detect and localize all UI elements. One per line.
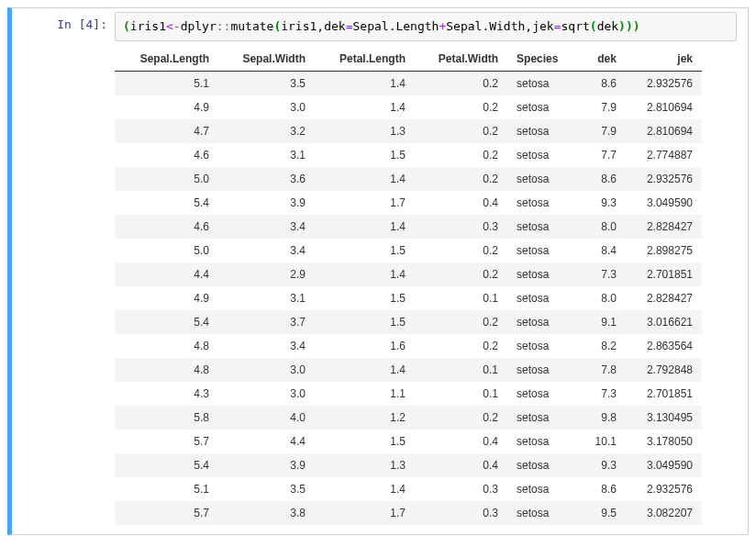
cell: 1.5: [315, 239, 415, 262]
cell: 2.932576: [626, 72, 702, 96]
cell: 2.810694: [626, 95, 702, 119]
cell: 1.4: [315, 358, 415, 382]
cell: 9.3: [579, 453, 626, 477]
cell: 0.2: [415, 143, 507, 167]
cell: 8.2: [579, 334, 626, 358]
table-row: 5.03.41.50.2setosa8.42.898275: [115, 239, 702, 262]
cell: 0.2: [415, 262, 507, 286]
col-header: jek: [626, 47, 702, 72]
code-token: <-: [166, 19, 181, 33]
prompt-label: In: [57, 17, 72, 31]
cell: 3.2: [218, 119, 315, 143]
cell: 1.4: [315, 215, 415, 239]
cell: 3.178050: [626, 430, 702, 453]
cell: setosa: [507, 406, 578, 430]
code-token: mutate: [230, 19, 273, 33]
code-token: Sepal.Width: [446, 19, 525, 33]
cell: setosa: [507, 72, 578, 96]
cell: 4.0: [218, 406, 315, 430]
cell: 0.2: [415, 239, 507, 262]
cell: 10.1: [579, 430, 626, 453]
cell: 0.2: [415, 95, 507, 119]
cell: 1.3: [315, 453, 415, 477]
table-row: 5.74.41.50.4setosa10.13.178050: [115, 430, 702, 453]
output-area: Sepal.LengthSepal.WidthPetal.LengthPetal…: [115, 47, 737, 525]
cell: 1.3: [315, 119, 415, 143]
cell: 8.6: [579, 167, 626, 191]
cell: 3.5: [218, 477, 315, 501]
cell: 8.6: [579, 72, 626, 96]
prompt-row: In [4]: (iris1<-dplyr::mutate(iris1,dek=…: [12, 12, 748, 41]
prompt-count: 4: [86, 17, 94, 31]
cell: 2.932576: [626, 477, 702, 501]
cell: 0.1: [415, 382, 507, 406]
cell: 5.7: [115, 430, 218, 453]
cell: 3.130495: [626, 406, 702, 430]
code-token: iris1: [130, 19, 166, 33]
cell: 7.9: [579, 119, 626, 143]
table-row: 4.73.21.30.2setosa7.92.810694: [115, 119, 702, 143]
cell: setosa: [507, 167, 578, 191]
cell: 9.1: [579, 310, 626, 334]
cell: 1.5: [315, 430, 415, 453]
cell: 7.9: [579, 95, 626, 119]
cell: 3.7: [218, 310, 315, 334]
cell: 8.0: [579, 215, 626, 239]
cell: 5.0: [115, 239, 218, 262]
cell: 2.9: [218, 262, 315, 286]
cell: 1.4: [315, 477, 415, 501]
table-row: 5.73.81.70.3setosa9.53.082207: [115, 501, 702, 525]
table-row: 4.83.41.60.2setosa8.22.863564: [115, 334, 702, 358]
cell: setosa: [507, 191, 578, 215]
cell: 2.932576: [626, 167, 702, 191]
code-token: ,: [317, 19, 324, 33]
cell: 0.4: [415, 453, 507, 477]
code-token: (: [123, 19, 130, 33]
code-token: jek: [532, 19, 553, 33]
notebook: In [4]: (iris1<-dplyr::mutate(iris1,dek=…: [7, 7, 749, 535]
col-header: Petal.Length: [315, 47, 415, 72]
cell: 0.4: [415, 430, 507, 453]
cell: 4.6: [115, 143, 218, 167]
cell: 2.828427: [626, 215, 702, 239]
cell: 0.2: [415, 310, 507, 334]
cell: 3.9: [218, 453, 315, 477]
cell: 1.5: [315, 310, 415, 334]
cell: 0.2: [415, 72, 507, 96]
cell: 8.4: [579, 239, 626, 262]
cell: 0.4: [415, 191, 507, 215]
cell: 0.3: [415, 501, 507, 525]
cell: 2.898275: [626, 239, 702, 262]
code-input[interactable]: (iris1<-dplyr::mutate(iris1,dek=Sepal.Le…: [115, 12, 737, 41]
cell: 0.2: [415, 167, 507, 191]
table-body: 5.13.51.40.2setosa8.62.9325764.93.01.40.…: [115, 72, 702, 526]
output-table: Sepal.LengthSepal.WidthPetal.LengthPetal…: [115, 47, 702, 525]
table-row: 5.43.71.50.2setosa9.13.016621: [115, 310, 702, 334]
cell: 3.016621: [626, 310, 702, 334]
table-row: 5.43.91.70.4setosa9.33.049590: [115, 191, 702, 215]
code-token: sqrt: [561, 19, 589, 33]
cell: 5.1: [115, 477, 218, 501]
cell: 0.3: [415, 477, 507, 501]
table-head: Sepal.LengthSepal.WidthPetal.LengthPetal…: [115, 47, 702, 72]
cell: setosa: [507, 501, 578, 525]
cell: 1.7: [315, 191, 415, 215]
code-token: Sepal.Length: [353, 19, 439, 33]
cell: setosa: [507, 95, 578, 119]
cell: 4.7: [115, 119, 218, 143]
input-prompt: In [4]:: [12, 12, 115, 31]
cell: 1.4: [315, 72, 415, 96]
cell: 4.9: [115, 95, 218, 119]
cell: 7.8: [579, 358, 626, 382]
cell: setosa: [507, 334, 578, 358]
cell: 9.3: [579, 191, 626, 215]
table-row: 4.63.11.50.2setosa7.72.774887: [115, 143, 702, 167]
cell: 3.4: [218, 239, 315, 262]
cell: 2.792848: [626, 358, 702, 382]
cell: 9.8: [579, 406, 626, 430]
cell: 2.701851: [626, 262, 702, 286]
cell: 1.4: [315, 95, 415, 119]
cell: 3.0: [218, 358, 315, 382]
code-token: ): [618, 19, 626, 33]
cell: setosa: [507, 358, 578, 382]
